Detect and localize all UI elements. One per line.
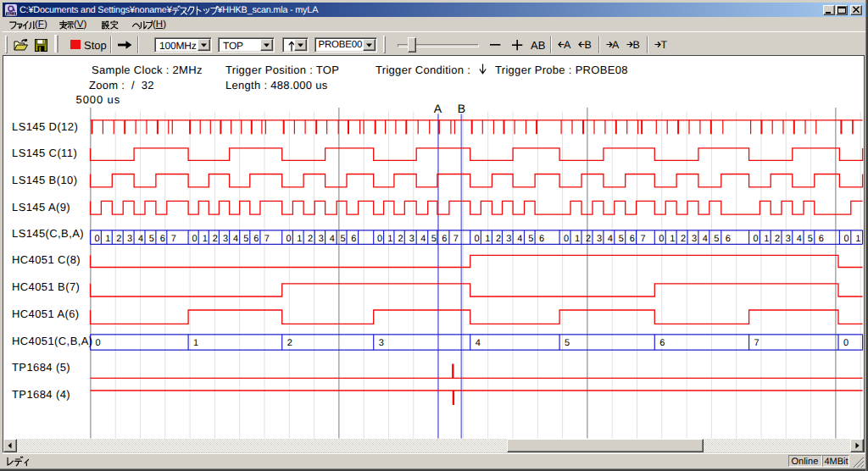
svg-text:4: 4 [476,338,481,348]
svg-text:Length : 488.000 us: Length : 488.000 us [225,79,328,91]
svg-text:5: 5 [149,234,154,244]
svg-text:1: 1 [764,234,769,244]
svg-text:HC4051 A(6): HC4051 A(6) [12,308,80,320]
svg-text:0: 0 [94,234,99,244]
svg-text:5: 5 [243,234,248,244]
svg-text:2: 2 [496,234,501,244]
svg-text:1: 1 [105,234,110,244]
svg-text:Trigger Probe : PROBE08: Trigger Probe : PROBE08 [495,64,628,76]
svg-text:7: 7 [264,234,270,244]
svg-text:3: 3 [319,234,324,244]
svg-text:HC4051(C,B,A): HC4051(C,B,A) [12,335,93,347]
svg-text:7: 7 [171,234,176,244]
svg-text:TP1684 (5): TP1684 (5) [12,361,70,374]
svg-text:0: 0 [843,338,849,348]
svg-text:Trigger Position : TOP: Trigger Position : TOP [225,64,339,76]
svg-text:1: 1 [855,234,860,244]
svg-text:TP1684 (4): TP1684 (4) [12,388,70,401]
svg-text:B: B [458,102,465,115]
svg-text:0: 0 [564,234,569,244]
svg-text:Sample Clock : 2MHz: Sample Clock : 2MHz [92,64,203,76]
svg-text:5000 us: 5000 us [76,93,121,106]
svg-text:4: 4 [330,234,335,244]
svg-text:A: A [434,102,442,115]
svg-text:6: 6 [659,338,665,348]
svg-text:6: 6 [442,234,447,244]
svg-text:3: 3 [786,234,791,244]
svg-text:6: 6 [253,234,259,244]
svg-text:4: 4 [797,234,802,244]
svg-text:1: 1 [193,338,198,348]
svg-text:5: 5 [714,234,719,244]
svg-text:6: 6 [351,234,356,244]
svg-text:LS145 B(10): LS145 B(10) [12,174,77,186]
svg-text:6: 6 [819,234,824,244]
svg-text:2: 2 [308,234,313,244]
svg-text:0: 0 [377,234,382,244]
svg-text:HC4051 B(7): HC4051 B(7) [12,280,80,293]
svg-text:4: 4 [138,234,143,244]
svg-text:4: 4 [420,234,426,244]
svg-text:0: 0 [474,234,479,244]
svg-text:2: 2 [398,234,403,244]
svg-text:Trigger Condition :: Trigger Condition : [376,64,470,76]
svg-text:5: 5 [341,234,346,244]
svg-text:6: 6 [160,234,165,244]
svg-text:6: 6 [630,234,635,244]
svg-text:0: 0 [286,234,291,244]
svg-text:2: 2 [681,234,686,244]
svg-text:4: 4 [703,234,708,244]
svg-text:0: 0 [844,234,849,244]
svg-text:3: 3 [506,234,511,244]
svg-text:6: 6 [539,234,544,244]
svg-text:HC4051 C(8): HC4051 C(8) [12,253,81,266]
svg-text:1: 1 [203,234,208,244]
svg-text:MyLA: MyLA [7,12,16,16]
svg-text:6: 6 [726,234,731,244]
svg-text:3: 3 [379,338,384,348]
svg-text:5: 5 [808,234,813,244]
svg-text:2: 2 [775,234,780,244]
svg-text:0: 0 [96,338,101,348]
svg-text:1: 1 [387,234,392,244]
svg-text:4: 4 [233,234,238,244]
svg-text:2: 2 [586,234,591,244]
svg-text:3: 3 [597,234,602,244]
svg-text:1: 1 [575,234,580,244]
svg-text:7: 7 [453,234,459,244]
svg-text:4: 4 [608,234,613,244]
svg-text:0: 0 [753,234,758,244]
svg-text:5: 5 [565,338,570,348]
svg-text:7: 7 [641,234,646,244]
svg-text:5: 5 [619,234,624,244]
svg-text:0: 0 [192,234,198,244]
svg-text:LS145(C,B,A): LS145(C,B,A) [12,227,84,240]
svg-text:2: 2 [287,338,292,348]
svg-text:1: 1 [670,234,675,244]
svg-text:1: 1 [297,234,302,244]
svg-text:LS145 D(12): LS145 D(12) [12,120,78,133]
svg-text:4: 4 [517,234,522,244]
svg-text:2: 2 [116,234,121,244]
svg-text:3: 3 [223,234,228,244]
svg-text:0: 0 [659,234,664,244]
svg-text:3: 3 [127,234,132,244]
svg-text:1: 1 [485,234,490,244]
svg-text:5: 5 [528,234,533,244]
svg-text:2: 2 [213,234,218,244]
svg-text:3: 3 [692,234,697,244]
svg-text:5: 5 [431,234,437,244]
svg-text:LS145 C(11): LS145 C(11) [12,147,77,159]
svg-text:7: 7 [754,338,760,348]
svg-text:Zoom : / 32: Zoom : / 32 [89,79,154,91]
svg-text:3: 3 [409,234,415,244]
svg-text:LS145 A(9): LS145 A(9) [12,201,70,213]
